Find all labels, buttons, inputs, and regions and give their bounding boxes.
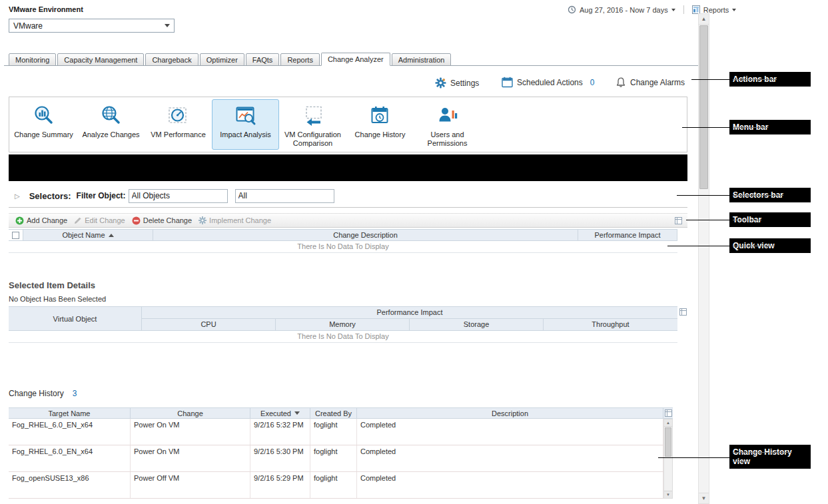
column-performance-impact[interactable]: Performance Impact — [578, 230, 677, 240]
analyze-changes-icon — [100, 103, 123, 128]
select-all-cell — [9, 230, 23, 240]
change-history-title-row: Change History 3 — [9, 389, 77, 398]
column-memory[interactable]: Memory — [276, 319, 410, 330]
scroll-up-icon[interactable]: ▲ — [664, 419, 672, 427]
cell-target-name: Fog_RHEL_6.0_EN_x64 — [9, 445, 131, 471]
sort-ascending-icon — [109, 234, 114, 237]
menu-item-label: Impact Analysis — [220, 130, 270, 139]
scheduled-actions-label: Scheduled Actions — [517, 78, 583, 87]
tab-change-analyzer[interactable]: Change Analyzer — [321, 53, 390, 66]
change-alarms-label: Change Alarms — [630, 78, 685, 87]
change-history-count[interactable]: 3 — [73, 389, 77, 398]
details-empty-message: There Is No Data To Display — [9, 331, 677, 343]
calendar-icon — [502, 77, 513, 88]
column-storage[interactable]: Storage — [410, 319, 544, 330]
scheduled-actions-count: 0 — [590, 78, 595, 87]
column-cpu[interactable]: CPU — [142, 319, 276, 330]
cell-executed: 9/2/16 5:29 PM — [250, 472, 310, 498]
time-range-icon — [568, 5, 576, 14]
implement-change-button[interactable]: Implement Change — [199, 216, 271, 224]
reports-caret-icon[interactable] — [732, 9, 736, 11]
scroll-up-icon[interactable]: ▲ — [699, 14, 709, 25]
menu-item-label: Change History — [355, 130, 406, 139]
cell-description: Completed — [357, 445, 663, 471]
selectors-title: Selectors: — [29, 191, 71, 201]
change-history-icon — [369, 103, 392, 128]
change-history-title: Change History — [9, 389, 64, 398]
column-change-description[interactable]: Change Description — [153, 230, 578, 240]
tab-optimizer[interactable]: Optimizer — [200, 53, 244, 66]
callout-line-quick-view — [667, 246, 730, 246]
column-virtual-object-label: Virtual Object — [53, 315, 97, 323]
cell-created-by: foglight — [310, 472, 357, 498]
column-change[interactable]: Change — [131, 408, 250, 418]
tab-chargeback[interactable]: Chargeback — [145, 53, 198, 66]
add-change-button[interactable]: Add Change — [15, 216, 67, 225]
scroll-down-icon[interactable]: ▼ — [664, 491, 672, 498]
tab-capacity-management[interactable]: Capacity Management — [57, 53, 144, 66]
tab-monitoring[interactable]: Monitoring — [9, 53, 56, 66]
column-executed[interactable]: Executed — [250, 408, 310, 418]
menu-item-users-and-permissions[interactable]: Users and Permissions — [414, 99, 481, 150]
environment-selector[interactable]: VMware — [9, 19, 175, 33]
change-alarms-button[interactable]: Change Alarms — [616, 77, 685, 88]
column-description-label: Description — [492, 409, 528, 417]
annotation-actions-bar: Actions bar — [729, 72, 811, 87]
edit-change-label: Edit Change — [85, 216, 125, 224]
scroll-down-icon[interactable]: ▼ — [699, 493, 709, 503]
filter-object-input[interactable] — [129, 189, 228, 203]
menu-item-vm-performance[interactable]: VM Performance — [145, 99, 212, 150]
selectors-bar: ▷ Selectors: Filter Object: — [9, 184, 687, 208]
menu-item-analyze-changes[interactable]: Analyze Changes — [77, 99, 145, 150]
menu-item-vm-configuration-comparison[interactable]: VM Configuration Comparison — [279, 99, 346, 150]
annotation-selectors-bar: Selectors bar — [729, 188, 811, 202]
annotation-change-history-view: Change History view — [729, 445, 811, 469]
scheduled-actions-button[interactable]: Scheduled Actions 0 — [502, 77, 594, 88]
cell-executed: 9/2/16 5:32 PM — [250, 419, 310, 445]
scrollbar-thumb[interactable] — [699, 25, 708, 189]
tab-bar: Monitoring Capacity Management Chargebac… — [4, 52, 699, 66]
table-row[interactable]: Fog_openSUSE13_x86 Power Off VM 9/2/16 5… — [9, 472, 663, 499]
cell-change: Power Off VM — [131, 472, 250, 498]
delete-change-label: Delete Change — [143, 216, 192, 224]
column-virtual-object[interactable]: Virtual Object — [9, 307, 142, 331]
toolbar-customizer-icon[interactable] — [675, 217, 682, 224]
menu-item-change-summary[interactable]: Change Summary — [10, 99, 77, 150]
column-throughput[interactable]: Throughput — [544, 319, 677, 330]
details-customizer-icon[interactable] — [679, 308, 687, 316]
change-history-scrollbar[interactable]: ▲ ▼ — [663, 419, 673, 499]
scrollbar-thumb[interactable] — [665, 427, 671, 457]
delete-change-button[interactable]: Delete Change — [132, 216, 192, 225]
main-scrollbar[interactable]: ▲ ▼ — [698, 13, 709, 504]
change-history-customizer-icon[interactable] — [665, 409, 672, 417]
menu-item-impact-analysis[interactable]: Impact Analysis — [212, 99, 279, 150]
settings-button[interactable]: Settings — [435, 77, 479, 89]
table-row[interactable]: Fog_RHEL_6.0_EN_x64 Power On VM 9/2/16 5… — [9, 445, 663, 472]
column-performance-impact-label: Performance Impact — [594, 231, 660, 239]
cell-change: Power On VM — [131, 419, 250, 445]
select-all-checkbox[interactable] — [12, 232, 19, 239]
bell-icon — [616, 77, 626, 88]
column-target-name[interactable]: Target Name — [9, 408, 131, 418]
reports-menu-label[interactable]: Reports — [703, 6, 729, 14]
edit-change-button[interactable]: Edit Change — [74, 216, 125, 224]
quick-view-empty-message: There Is No Data To Display — [9, 241, 677, 253]
filter-type-input[interactable] — [235, 189, 334, 203]
column-created-by[interactable]: Created By — [310, 408, 357, 418]
callout-line-menu-bar — [682, 127, 730, 128]
column-object-name[interactable]: Object Name — [23, 230, 153, 240]
table-row[interactable]: Fog_RHEL_6.0_EN_x64 Power On VM 9/2/16 5… — [9, 419, 663, 445]
time-range-caret-icon[interactable] — [671, 9, 675, 11]
cell-description: Completed — [357, 419, 663, 445]
quick-view-table: Object Name Change Description Performan… — [9, 229, 677, 253]
time-range-label[interactable]: Aug 27, 2016 - Now 7 days — [580, 6, 668, 14]
menu-item-change-history[interactable]: Change History — [346, 99, 414, 150]
cell-created-by: foglight — [310, 445, 357, 471]
tab-reports[interactable]: Reports — [280, 53, 320, 66]
add-icon — [15, 216, 24, 225]
tab-administration[interactable]: Administration — [392, 53, 452, 66]
column-description[interactable]: Description — [357, 408, 663, 418]
tab-faqts[interactable]: FAQts — [246, 53, 280, 66]
selectors-expander-icon[interactable]: ▷ — [15, 192, 20, 200]
toolbar: Add Change Edit Change Delete Change Imp… — [9, 213, 687, 228]
